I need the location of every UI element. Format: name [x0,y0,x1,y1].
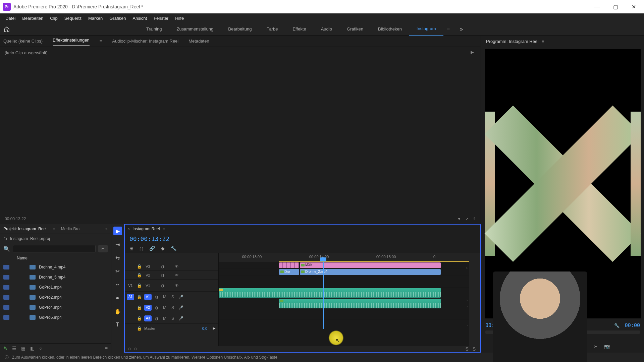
sync-lock-icon[interactable]: ◑ [160,264,166,269]
solo-icon[interactable]: S [170,316,176,321]
workspace-training[interactable]: Training [139,23,169,36]
lock-icon[interactable]: 🔒 [136,295,142,299]
menu-grafiken[interactable]: Grafiken [106,16,129,21]
zoom-handle-left[interactable] [128,348,131,350]
scroll-handle[interactable]: ○ [466,304,468,308]
solo-icon[interactable]: S [170,305,176,310]
video-track-v1[interactable] [219,276,469,288]
master-value[interactable]: 0,0 [202,326,207,330]
sort-icon[interactable]: ≡ [105,346,108,351]
menu-clip[interactable]: Clip [47,16,61,21]
project-search-input[interactable] [13,245,96,252]
video-track-v2[interactable]: Dro Drohne_2.mp4 [219,269,469,276]
track-header-a1[interactable]: A1🔒A1◑MS🎤 [125,292,218,302]
audio-track-a2[interactable] [219,298,469,309]
expand-arrow-icon[interactable]: ▶ [471,50,474,55]
sequence-tab[interactable]: Instagram Reel [132,227,160,231]
workspace-bearbeitung[interactable]: Bearbeitung [221,23,259,36]
sync-lock-icon[interactable]: ◑ [160,283,166,288]
list-item[interactable]: GoPro5.mp4 [0,312,111,322]
audio-track-a1[interactable] [219,288,469,298]
scroll-handle[interactable]: ○ [466,266,468,270]
ripple-edit-tool[interactable]: ⇆ [113,253,122,262]
workspace-audio[interactable]: Audio [314,23,339,36]
tab-quelle[interactable]: Quelle: (keine Clips) [3,37,43,45]
panel-menu-icon[interactable]: ≡ [53,227,55,231]
list-view-icon[interactable]: ☰ [12,346,16,351]
settings-icon[interactable]: 🔧 [171,246,176,251]
video-track-v3[interactable]: MXK [219,262,469,269]
menu-ansicht[interactable]: Ansicht [129,16,150,21]
track-header-v2[interactable]: 🔒V2◑👁 [125,271,218,280]
wrench-icon[interactable]: 🔧 [614,323,620,328]
sync-lock-icon[interactable]: ◑ [154,295,160,299]
workspace-overflow-icon[interactable]: » [453,26,470,32]
clip-drohne-1[interactable]: Dro [279,269,299,275]
eye-icon[interactable]: 👁 [174,273,180,278]
timeline-timecode[interactable]: 00:00:13:22 [129,235,169,242]
freeform-view-icon[interactable]: ◧ [30,346,35,351]
eye-icon[interactable]: 👁 [174,264,180,269]
pen-tool[interactable]: ✒ [113,294,122,302]
sync-lock-icon[interactable]: ◑ [160,273,166,278]
program-tab[interactable]: Programm: Instagram Reel [486,39,538,44]
minimize-button[interactable]: — [592,4,602,10]
audio-clip-a2[interactable] [279,299,441,308]
share-icon[interactable]: ⇪ [473,217,476,221]
export-icon[interactable]: ↗ [465,217,469,221]
panel-menu-icon[interactable]: ≡ [100,39,102,44]
hand-tool[interactable]: ✋ [113,307,122,316]
tab-audioclip-mischer[interactable]: Audioclip-Mischer: Instagram Reel [112,37,178,45]
work-area-bar[interactable] [279,261,469,262]
panel-menu-icon[interactable]: ≡ [162,227,165,231]
mute-icon[interactable]: M [162,295,168,299]
menu-datei[interactable]: Datei [2,16,19,21]
sync-lock-icon[interactable]: ◑ [154,316,160,321]
workspace-grafiken[interactable]: Grafiken [339,23,371,36]
voiceover-icon[interactable]: 🎤 [178,295,184,299]
workspace-farbe[interactable]: Farbe [259,23,285,36]
razor-tool[interactable]: ✂ [113,267,122,276]
export-frame-icon[interactable]: 📷 [604,344,610,349]
mute-icon[interactable]: M [162,305,168,310]
list-item[interactable]: GoPro4.mp4 [0,302,111,312]
eye-icon[interactable]: 👁 [174,283,180,288]
track-header-v1[interactable]: V1🔒V1◑👁 [125,280,218,292]
workspace-instagram[interactable]: Instagram [409,23,443,36]
clip-graphic[interactable] [279,262,299,268]
track-header-a3[interactable]: 🔒A3◑MS🎤 [125,313,218,324]
voiceover-icon[interactable]: 🎤 [178,305,184,310]
tabs-overflow-icon[interactable]: » [105,227,108,231]
new-item-icon[interactable]: ✎ [3,346,7,351]
workspace-menu-icon[interactable]: ≡ [443,26,453,32]
zoom-handle-right[interactable] [134,348,137,350]
menu-bearbeiten[interactable]: Bearbeiten [19,16,47,21]
tab-metadaten[interactable]: Metadaten [189,37,209,45]
scroll-handle[interactable]: ○ [466,323,468,327]
tab-effekteinstellungen[interactable]: Effekteinstellungen [53,36,90,46]
source-patch-a1[interactable]: A1 [127,294,134,300]
list-item[interactable]: Drohne_5.mp4 [0,272,111,282]
timeline-tracks-area[interactable]: 00:00:13:00 00:00:14:00 00:00:15:00 0 MX… [219,253,469,346]
home-icon[interactable] [2,24,11,34]
lock-icon[interactable]: 🔒 [136,316,142,321]
play-icon[interactable]: ▶| [213,326,216,330]
lock-icon[interactable]: 🔒 [136,283,142,288]
tab-projekt[interactable]: Projekt: Instagram_Reel [3,227,47,231]
magnet-icon[interactable]: ⋂ [140,246,143,251]
filter-icon[interactable]: ▼ [457,217,461,221]
zoom-slider-icon[interactable]: ○ [39,346,42,351]
sync-lock-icon[interactable]: ◑ [154,305,160,310]
new-bin-button[interactable]: 🗀 [98,245,108,252]
marker-icon[interactable]: ◆ [161,246,165,251]
menu-hilfe[interactable]: Hilfe [172,16,187,21]
workspace-zusammenstellung[interactable]: Zusammenstellung [169,23,221,36]
menu-marken[interactable]: Marken [85,16,106,21]
voiceover-icon[interactable]: 🎤 [178,316,184,321]
lock-icon[interactable]: 🔒 [136,264,142,269]
audio-clip-a1[interactable] [219,288,441,298]
clip-drohne-2[interactable]: Drohne_2.mp4 [300,269,441,275]
playhead-line[interactable] [323,262,324,329]
scroll-handle[interactable]: ○ [466,298,468,302]
audio-track-a3[interactable] [219,309,469,320]
